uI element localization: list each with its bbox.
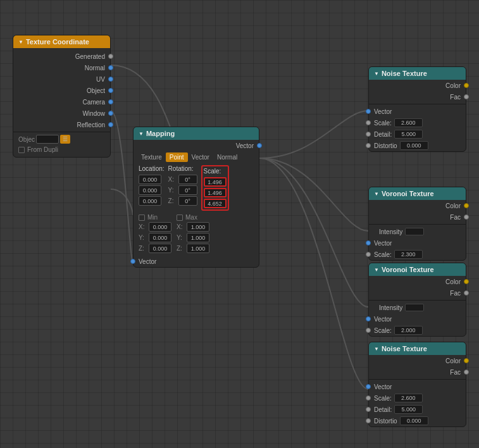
location-col: Location: (139, 165, 165, 206)
max-y-field[interactable] (187, 233, 209, 242)
noise-top-out-fac: Fac (369, 91, 466, 103)
noise-top-detail-val[interactable]: 5.000 (394, 130, 423, 139)
socket-voronoi-1-color[interactable] (464, 203, 469, 208)
loc-z-field[interactable] (139, 196, 161, 206)
socket-voronoi-2-fac[interactable] (464, 290, 469, 296)
output-generated: Generated (13, 51, 110, 62)
socket-mapping-in[interactable] (130, 259, 135, 264)
noise-top-detail-row: Detail: 5.000 (369, 128, 466, 140)
socket-normal[interactable] (108, 65, 113, 70)
max-x-field[interactable] (187, 222, 209, 232)
output-reflection: Reflection (13, 119, 110, 130)
min-z-field[interactable] (149, 244, 171, 253)
rot-x-field[interactable] (178, 175, 197, 184)
socket-voronoi-2-scale-in[interactable] (366, 328, 371, 333)
max-z-field[interactable] (187, 244, 209, 253)
noise-top-scale-val[interactable]: 2.600 (394, 118, 423, 127)
min-x-field[interactable] (149, 222, 171, 232)
voronoi-1-intensity-slider[interactable] (405, 228, 424, 235)
rot-z-field[interactable] (178, 196, 197, 206)
scale-header: Scale: (204, 168, 227, 175)
from-dupli-row: From Dupli (13, 145, 110, 154)
socket-window[interactable] (108, 111, 113, 116)
loc-x-field[interactable] (139, 175, 161, 184)
scale-x-field[interactable] (204, 177, 227, 187)
noise-bottom-in-vector: Vector (369, 381, 466, 392)
socket-noise-bottom-vector-in[interactable] (366, 384, 371, 389)
voronoi-1-scale-val[interactable]: 2.300 (394, 250, 423, 259)
noise-top-collapse-icon[interactable]: ▼ (374, 71, 379, 77)
noise-bottom-title: Noise Texture (382, 345, 427, 352)
noise-top-in-vector: Vector (369, 106, 466, 117)
scale-z-row (204, 199, 227, 208)
voronoi-1-in-intensity: Intensity (369, 226, 466, 237)
tab-point[interactable]: Point (166, 152, 188, 162)
socket-camera[interactable] (108, 99, 113, 104)
socket-object[interactable] (108, 88, 113, 93)
socket-noise-top-vector-in[interactable] (366, 109, 371, 114)
socket-noise-top-detail-in[interactable] (366, 132, 371, 137)
voronoi-1-collapse-icon[interactable]: ▼ (374, 191, 379, 197)
socket-reflection[interactable] (108, 122, 113, 127)
noise-top-scale-row: Scale: 2.600 (369, 117, 466, 128)
socket-noise-top-dist-in[interactable] (366, 143, 371, 148)
tab-vector[interactable]: Vector (188, 152, 213, 162)
noise-bottom-scale-row: Scale: 2.600 (369, 392, 466, 404)
collapse-icon[interactable]: ▼ (18, 39, 23, 45)
socket-noise-bottom-dist-in[interactable] (366, 418, 371, 423)
mapping-title: Mapping (146, 130, 175, 137)
min-checkbox[interactable] (139, 215, 145, 221)
mapping-collapse-icon[interactable]: ▼ (139, 131, 144, 137)
voronoi-2-title: Voronoi Texture (382, 266, 434, 273)
noise-bottom-collapse-icon[interactable]: ▼ (374, 346, 379, 352)
noise-bottom-dist-val[interactable]: 0.000 (400, 416, 428, 425)
noise-bottom-scale-val[interactable]: 2.600 (394, 394, 423, 402)
scale-y-row (204, 188, 227, 197)
texture-coordinate-title: Texture Coordinate (26, 38, 89, 46)
max-checkbox[interactable] (177, 215, 183, 221)
from-dupli-checkbox[interactable] (18, 147, 25, 153)
socket-noise-bottom-scale-in[interactable] (366, 395, 371, 401)
socket-uv[interactable] (108, 77, 113, 82)
object-icon[interactable]: ☰ (60, 135, 70, 144)
scale-y-field[interactable] (204, 188, 227, 197)
mapping-header: ▼ Mapping (134, 127, 259, 140)
max-label: Max (185, 214, 197, 221)
scale-z-field[interactable] (204, 199, 227, 208)
object-input-row: Objec ☰ (13, 134, 110, 145)
max-checkbox-row: Max (177, 214, 209, 221)
voronoi-2-collapse-icon[interactable]: ▼ (374, 267, 379, 273)
loc-y-row (139, 185, 165, 195)
socket-noise-bottom-color[interactable] (464, 358, 469, 363)
socket-voronoi-1-scale-in[interactable] (366, 252, 371, 257)
socket-generated[interactable] (108, 54, 113, 59)
mapping-fields-row: Location: Rotation: X: Y: (139, 165, 254, 211)
loc-y-field[interactable] (139, 185, 161, 195)
socket-noise-top-color[interactable] (464, 83, 469, 88)
voronoi-1-title: Voronoi Texture (382, 190, 434, 197)
voronoi-2-intensity-slider[interactable] (405, 304, 424, 311)
texture-coordinate-node: ▼ Texture Coordinate Generated Normal UV… (13, 35, 111, 158)
socket-noise-top-fac[interactable] (464, 94, 469, 99)
voronoi-2-scale-row: Scale: 2.000 (369, 325, 466, 336)
texture-coordinate-body: Generated Normal UV Object Camera Window… (13, 48, 110, 157)
voronoi-2-scale-val[interactable]: 2.000 (394, 326, 423, 335)
socket-voronoi-1-fac[interactable] (464, 215, 469, 220)
min-y-field[interactable] (149, 233, 171, 242)
noise-bottom-detail-val[interactable]: 5.000 (394, 405, 423, 414)
rot-x-row: X: (168, 175, 197, 184)
voronoi-2-out-fac: Fac (369, 287, 466, 299)
socket-voronoi-2-color[interactable] (464, 279, 469, 284)
object-field[interactable] (36, 135, 59, 144)
socket-noise-top-scale-in[interactable] (366, 120, 371, 125)
rot-y-field[interactable] (178, 185, 197, 195)
socket-mapping-out[interactable] (257, 143, 262, 148)
socket-noise-bottom-fac[interactable] (464, 370, 469, 375)
noise-texture-bottom-node: ▼ Noise Texture Color Fac Vector Scale: … (368, 342, 466, 427)
tab-normal[interactable]: Normal (213, 152, 241, 162)
noise-top-dist-val[interactable]: 0.000 (400, 141, 428, 150)
socket-voronoi-1-vector-in[interactable] (366, 240, 371, 246)
socket-voronoi-2-vector-in[interactable] (366, 316, 371, 321)
socket-noise-bottom-detail-in[interactable] (366, 407, 371, 412)
tab-texture[interactable]: Texture (137, 152, 166, 162)
